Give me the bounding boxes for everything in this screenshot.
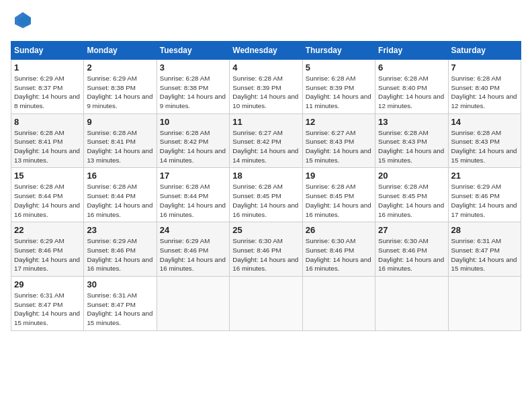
day-info: Sunrise: 6:31 AMSunset: 8:47 PMDaylight:… [451, 236, 518, 273]
day-number: 13 [378, 117, 445, 127]
calendar-week-row: 22Sunrise: 6:29 AMSunset: 8:46 PMDayligh… [11, 222, 521, 277]
day-info: Sunrise: 6:31 AMSunset: 8:47 PMDaylight:… [14, 291, 81, 328]
calendar-cell: 9Sunrise: 6:28 AMSunset: 8:41 PMDaylight… [84, 113, 157, 168]
logo-icon [13, 11, 32, 30]
day-number: 4 [232, 62, 299, 73]
day-info: Sunrise: 6:29 AMSunset: 8:46 PMDaylight:… [87, 236, 153, 273]
calendar-cell: 18Sunrise: 6:28 AMSunset: 8:45 PMDayligh… [230, 168, 302, 222]
day-info: Sunrise: 6:28 AMSunset: 8:44 PMDaylight:… [87, 182, 153, 219]
weekday-header-thursday: Thursday [302, 41, 375, 59]
weekday-header-saturday: Saturday [448, 41, 521, 59]
day-number: 3 [160, 62, 226, 73]
calendar-cell: 6Sunrise: 6:28 AMSunset: 8:40 PMDaylight… [375, 59, 448, 113]
calendar-cell: 1Sunrise: 6:29 AMSunset: 8:37 PMDaylight… [11, 59, 84, 113]
day-info: Sunrise: 6:28 AMSunset: 8:45 PMDaylight:… [306, 182, 372, 219]
calendar-cell [157, 277, 229, 331]
calendar-cell: 23Sunrise: 6:29 AMSunset: 8:46 PMDayligh… [84, 222, 157, 277]
calendar-cell: 8Sunrise: 6:28 AMSunset: 8:41 PMDaylight… [11, 113, 84, 168]
day-number: 26 [306, 225, 372, 235]
day-number: 5 [306, 62, 372, 73]
calendar-cell [302, 277, 375, 331]
calendar-body: 1Sunrise: 6:29 AMSunset: 8:37 PMDaylight… [11, 59, 521, 330]
day-number: 15 [14, 171, 81, 181]
calendar-cell: 2Sunrise: 6:29 AMSunset: 8:38 PMDaylight… [84, 59, 157, 113]
calendar-cell: 29Sunrise: 6:31 AMSunset: 8:47 PMDayligh… [11, 277, 84, 331]
day-number: 27 [378, 225, 445, 235]
day-number: 10 [160, 117, 226, 127]
calendar-week-row: 8Sunrise: 6:28 AMSunset: 8:41 PMDaylight… [11, 113, 521, 168]
day-info: Sunrise: 6:28 AMSunset: 8:45 PMDaylight:… [232, 182, 299, 219]
calendar-cell: 11Sunrise: 6:27 AMSunset: 8:42 PMDayligh… [230, 113, 302, 168]
day-number: 7 [451, 62, 518, 73]
calendar-cell: 30Sunrise: 6:31 AMSunset: 8:47 PMDayligh… [84, 277, 157, 331]
day-number: 29 [14, 279, 81, 289]
calendar-cell: 28Sunrise: 6:31 AMSunset: 8:47 PMDayligh… [448, 222, 521, 277]
calendar-cell: 15Sunrise: 6:28 AMSunset: 8:44 PMDayligh… [11, 168, 84, 222]
day-info: Sunrise: 6:28 AMSunset: 8:39 PMDaylight:… [232, 74, 299, 111]
day-number: 17 [160, 171, 226, 181]
day-info: Sunrise: 6:27 AMSunset: 8:43 PMDaylight:… [306, 128, 372, 165]
day-info: Sunrise: 6:29 AMSunset: 8:46 PMDaylight:… [14, 236, 81, 273]
day-info: Sunrise: 6:29 AMSunset: 8:38 PMDaylight:… [87, 74, 153, 111]
day-number: 20 [378, 171, 445, 181]
weekday-header-friday: Friday [375, 41, 448, 59]
calendar-cell [230, 277, 302, 331]
day-number: 21 [451, 171, 518, 181]
day-info: Sunrise: 6:28 AMSunset: 8:41 PMDaylight:… [87, 128, 153, 165]
calendar-cell: 22Sunrise: 6:29 AMSunset: 8:46 PMDayligh… [11, 222, 84, 277]
day-number: 1 [14, 62, 81, 73]
calendar-week-row: 1Sunrise: 6:29 AMSunset: 8:37 PMDaylight… [11, 59, 521, 113]
calendar-cell: 21Sunrise: 6:29 AMSunset: 8:46 PMDayligh… [448, 168, 521, 222]
day-info: Sunrise: 6:29 AMSunset: 8:37 PMDaylight:… [14, 74, 81, 111]
weekday-header-monday: Monday [84, 41, 157, 59]
day-number: 28 [451, 225, 518, 235]
day-info: Sunrise: 6:28 AMSunset: 8:38 PMDaylight:… [160, 74, 226, 111]
day-info: Sunrise: 6:28 AMSunset: 8:39 PMDaylight:… [306, 74, 372, 111]
calendar-cell: 13Sunrise: 6:28 AMSunset: 8:43 PMDayligh… [375, 113, 448, 168]
calendar-cell: 12Sunrise: 6:27 AMSunset: 8:43 PMDayligh… [302, 113, 375, 168]
calendar-cell: 20Sunrise: 6:28 AMSunset: 8:45 PMDayligh… [375, 168, 448, 222]
day-number: 2 [87, 62, 153, 73]
calendar-cell: 26Sunrise: 6:30 AMSunset: 8:46 PMDayligh… [302, 222, 375, 277]
day-number: 30 [87, 279, 153, 289]
day-number: 18 [232, 171, 299, 181]
day-info: Sunrise: 6:28 AMSunset: 8:44 PMDaylight:… [14, 182, 81, 219]
day-info: Sunrise: 6:28 AMSunset: 8:43 PMDaylight:… [378, 128, 445, 165]
calendar-cell: 7Sunrise: 6:28 AMSunset: 8:40 PMDaylight… [448, 59, 521, 113]
calendar-cell: 27Sunrise: 6:30 AMSunset: 8:46 PMDayligh… [375, 222, 448, 277]
calendar-cell [375, 277, 448, 331]
day-number: 8 [14, 117, 81, 127]
calendar-cell: 14Sunrise: 6:28 AMSunset: 8:43 PMDayligh… [448, 113, 521, 168]
day-number: 14 [451, 117, 518, 127]
day-number: 6 [378, 62, 445, 73]
calendar-header-row: SundayMondayTuesdayWednesdayThursdayFrid… [11, 41, 521, 59]
calendar-week-row: 15Sunrise: 6:28 AMSunset: 8:44 PMDayligh… [11, 168, 521, 222]
calendar-cell: 17Sunrise: 6:28 AMSunset: 8:44 PMDayligh… [157, 168, 229, 222]
day-number: 25 [232, 225, 299, 235]
day-info: Sunrise: 6:29 AMSunset: 8:46 PMDaylight:… [160, 236, 226, 273]
day-info: Sunrise: 6:29 AMSunset: 8:46 PMDaylight:… [451, 182, 518, 219]
day-number: 19 [306, 171, 372, 181]
day-info: Sunrise: 6:30 AMSunset: 8:46 PMDaylight:… [232, 236, 299, 273]
day-number: 22 [14, 225, 81, 235]
logo [11, 11, 32, 33]
day-info: Sunrise: 6:30 AMSunset: 8:46 PMDaylight:… [306, 236, 372, 273]
day-number: 9 [87, 117, 153, 127]
calendar-cell: 5Sunrise: 6:28 AMSunset: 8:39 PMDaylight… [302, 59, 375, 113]
weekday-header-tuesday: Tuesday [157, 41, 229, 59]
calendar-cell: 3Sunrise: 6:28 AMSunset: 8:38 PMDaylight… [157, 59, 229, 113]
day-info: Sunrise: 6:31 AMSunset: 8:47 PMDaylight:… [87, 291, 153, 328]
day-info: Sunrise: 6:28 AMSunset: 8:45 PMDaylight:… [378, 182, 445, 219]
day-info: Sunrise: 6:28 AMSunset: 8:42 PMDaylight:… [160, 128, 226, 165]
calendar-cell: 10Sunrise: 6:28 AMSunset: 8:42 PMDayligh… [157, 113, 229, 168]
calendar-table: SundayMondayTuesdayWednesdayThursdayFrid… [11, 41, 521, 331]
day-number: 11 [232, 117, 299, 127]
day-info: Sunrise: 6:28 AMSunset: 8:44 PMDaylight:… [160, 182, 226, 219]
day-info: Sunrise: 6:28 AMSunset: 8:43 PMDaylight:… [451, 128, 518, 165]
day-info: Sunrise: 6:28 AMSunset: 8:41 PMDaylight:… [14, 128, 81, 165]
day-number: 23 [87, 225, 153, 235]
calendar-cell: 25Sunrise: 6:30 AMSunset: 8:46 PMDayligh… [230, 222, 302, 277]
calendar-week-row: 29Sunrise: 6:31 AMSunset: 8:47 PMDayligh… [11, 277, 521, 331]
weekday-header-sunday: Sunday [11, 41, 84, 59]
calendar-cell: 16Sunrise: 6:28 AMSunset: 8:44 PMDayligh… [84, 168, 157, 222]
